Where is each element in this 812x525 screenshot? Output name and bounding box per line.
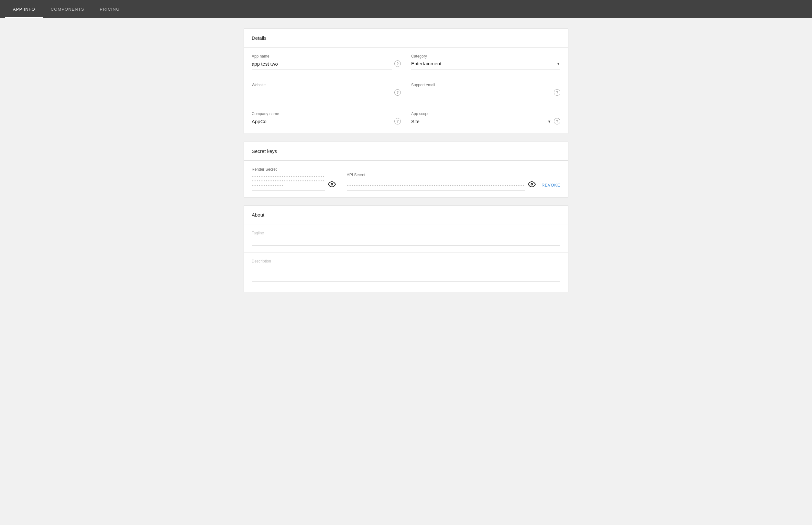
secret-keys-body: Render Secret ••••••••••••••••••••••••••…: [244, 161, 568, 197]
app-scope-wrapper: Site ▼ ?: [411, 118, 560, 127]
tagline-field: Tagline: [244, 224, 568, 253]
category-label: Category: [411, 54, 560, 59]
app-scope-value: Site: [411, 119, 420, 124]
app-scope-arrow-icon: ▼: [547, 119, 551, 124]
top-nav: APP INFO COMPONENTS PRICING: [0, 0, 812, 18]
category-value: Entertainment: [411, 61, 441, 66]
website-email-row: Website ? Support email ?: [252, 83, 560, 98]
company-name-input-wrapper: AppCo ?: [252, 118, 401, 127]
website-value[interactable]: [252, 89, 392, 98]
description-field: Description: [244, 253, 568, 292]
details-title: Details: [244, 29, 568, 47]
company-name-label: Company name: [252, 111, 401, 116]
company-scope-row: Company name AppCo ? App scope Site ▼: [252, 111, 560, 127]
app-name-label: App name: [252, 54, 401, 59]
category-dropdown[interactable]: Entertainment ▼: [411, 60, 560, 70]
render-secret-wrapper: ••••••••••••••••••••••••••••••••••••••••…: [252, 174, 336, 191]
category-arrow-icon: ▼: [556, 61, 560, 66]
description-value[interactable]: [252, 266, 560, 282]
api-secret-inner: API Secret •••••••••••••••••••••••••••••…: [347, 172, 536, 191]
app-scope-dropdown[interactable]: Site ▼: [411, 119, 551, 127]
company-name-value[interactable]: AppCo: [252, 119, 392, 127]
tagline-value[interactable]: [252, 238, 560, 246]
website-input-wrapper: ?: [252, 89, 401, 98]
main-content: Details App name app test two ? Categ: [228, 18, 584, 310]
app-scope-help-icon[interactable]: ?: [554, 118, 560, 124]
api-secret-label: API Secret: [347, 172, 536, 177]
api-secret-wrapper: ••••••••••••••••••••••••••••••••••••••••…: [347, 180, 536, 191]
about-title: About: [244, 206, 568, 224]
company-name-col: Company name AppCo ?: [252, 111, 401, 127]
website-col: Website ?: [252, 83, 401, 98]
details-body: App name app test two ? Category Enterta…: [244, 47, 568, 134]
app-name-help-icon[interactable]: ?: [394, 60, 401, 67]
render-secret-col: Render Secret ••••••••••••••••••••••••••…: [252, 167, 336, 191]
app-scope-label: App scope: [411, 111, 560, 116]
tab-pricing[interactable]: PRICING: [92, 0, 127, 18]
website-help-icon[interactable]: ?: [394, 89, 401, 96]
api-secret-eye-icon[interactable]: [527, 180, 536, 189]
support-email-label: Support email: [411, 83, 560, 87]
support-email-input-wrapper: ?: [411, 89, 560, 98]
app-scope-col: App scope Site ▼ ?: [411, 111, 560, 127]
app-name-category-row: App name app test two ? Category Enterta…: [252, 54, 560, 70]
render-secret-label: Render Secret: [252, 167, 336, 172]
company-scope-section: Company name AppCo ? App scope Site ▼: [244, 105, 568, 134]
details-card: Details App name app test two ? Categ: [244, 28, 568, 134]
render-secret-dots: ••••••••••••••••••••••••••••••••••••••••…: [252, 174, 325, 191]
api-secret-col: API Secret •••••••••••••••••••••••••••••…: [347, 167, 560, 191]
app-name-input-wrapper: app test two ?: [252, 60, 401, 70]
app-name-category-section: App name app test two ? Category Enterta…: [244, 47, 568, 76]
revoke-button[interactable]: REVOKE: [541, 183, 560, 191]
support-email-value[interactable]: [411, 89, 551, 98]
support-email-help-icon[interactable]: ?: [554, 89, 560, 96]
website-email-section: Website ? Support email ?: [244, 76, 568, 105]
tab-app-info[interactable]: APP INFO: [5, 0, 43, 18]
app-name-col: App name app test two ?: [252, 54, 401, 70]
description-label: Description: [252, 259, 560, 264]
company-name-help-icon[interactable]: ?: [394, 118, 401, 124]
render-secret-eye-icon[interactable]: [328, 180, 336, 189]
app-name-value[interactable]: app test two: [252, 61, 392, 70]
support-email-col: Support email ?: [411, 83, 560, 98]
api-secret-dots: ••••••••••••••••••••••••••••••••••••••••…: [347, 183, 525, 191]
category-col: Category Entertainment ▼: [411, 54, 560, 70]
tab-components[interactable]: COMPONENTS: [43, 0, 92, 18]
secret-keys-card: Secret keys Render Secret ••••••••••••••…: [244, 141, 568, 197]
about-card: About Tagline Description: [244, 205, 568, 292]
tagline-label: Tagline: [252, 231, 560, 235]
secret-keys-title: Secret keys: [244, 142, 568, 161]
website-label: Website: [252, 83, 401, 87]
svg-point-1: [331, 184, 332, 185]
svg-point-3: [531, 184, 532, 185]
